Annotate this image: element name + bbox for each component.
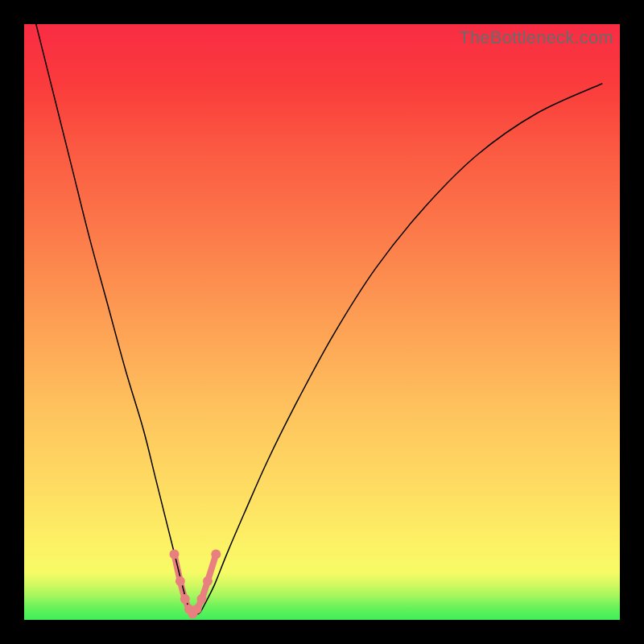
chart-svg: [24, 24, 620, 620]
marker-point: [180, 594, 190, 604]
marker-point: [192, 605, 202, 614]
marker-point: [175, 576, 185, 586]
bottleneck-curve: [36, 24, 602, 614]
marker-point: [197, 594, 207, 604]
marker-point: [211, 550, 221, 559]
plot-area: TheBottleneck.com: [24, 24, 620, 620]
marker-point: [169, 550, 179, 559]
marker-point: [203, 576, 213, 586]
chart-container: TheBottleneck.com: [0, 0, 644, 644]
